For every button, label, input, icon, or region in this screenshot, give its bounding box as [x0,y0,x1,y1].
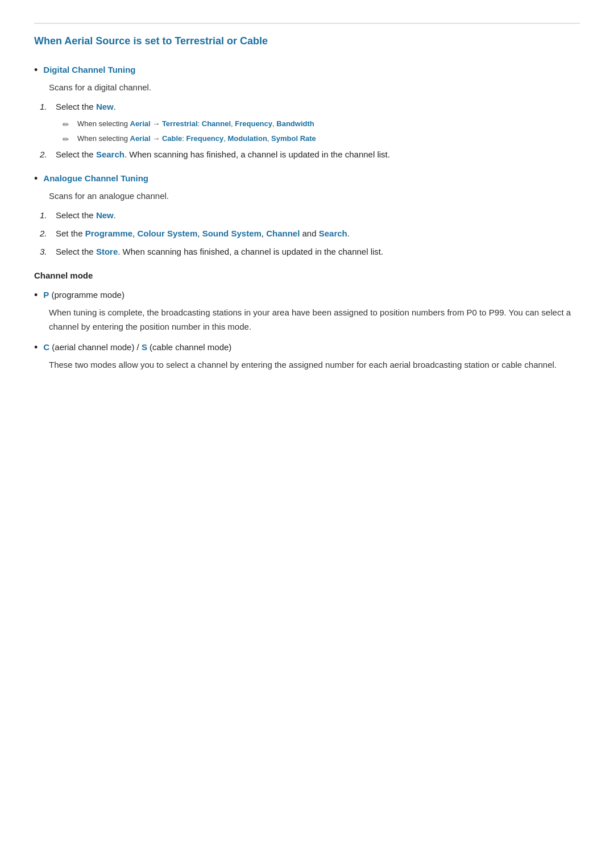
digital-tuning-title: Digital Channel Tuning [43,63,135,77]
cable-modulation: Modulation [228,134,267,143]
bullet-dot-digital: • [34,62,38,78]
note-icon-1: ✏ [63,118,73,131]
note-icon-2: ✏ [63,133,73,146]
analogue-sound-system: Sound System [202,229,262,238]
channel-mode-section: Channel mode • P (programme mode) When t… [34,269,580,372]
analogue-tuning-title: Analogue Channel Tuning [43,172,148,185]
channel-mode-p-bullet: • P (programme mode) [34,288,580,304]
channel-mode-s-letter: S [142,342,147,352]
analogue-new-link: New [96,210,114,220]
digital-tuning-bullet: • Digital Channel Tuning [34,63,580,78]
channel-mode-cs-bullet: • C (aerial channel mode) / S (cable cha… [34,340,580,356]
channel-mode-p-letter: P [43,290,49,300]
channel-mode-cs-content: C (aerial channel mode) / S (cable chann… [43,340,231,354]
digital-step-2-num: 2. [40,148,56,161]
channel-mode-s-desc: (cable channel mode) [150,342,231,352]
analogue-colour-system: Colour System [137,229,197,238]
channel-mode-c-letter: C [43,342,49,352]
aerial-link-2: Aerial [130,134,151,143]
analogue-step-3-content: Select the Store. When scanning has fini… [56,245,580,259]
note-cable-text: When selecting Aerial → Cable: Frequency… [77,133,316,145]
channel-mode-cs-body: These two modes allow you to select a ch… [49,358,580,372]
terrestrial-bandwidth: Bandwidth [276,119,314,128]
analogue-programme: Programme [85,229,132,238]
note-terrestrial-text: When selecting Aerial → Terrestrial: Cha… [77,118,314,130]
analogue-step-2-content: Set the Programme, Colour System, Sound … [56,227,580,240]
channel-mode-heading: Channel mode [34,269,580,283]
bullet-dot-cs: • [34,339,38,356]
digital-step-2: 2. Select the Search. When scanning has … [40,148,580,161]
analogue-search-link: Search [319,229,347,238]
analogue-channel: Channel [266,229,300,238]
terrestrial-frequency: Frequency [235,119,272,128]
terrestrial-link: Terrestrial [162,119,198,128]
cable-symbolrate: Symbol Rate [271,134,316,143]
digital-step-1: 1. Select the New. [40,100,580,114]
digital-step-1-num: 1. [40,100,56,114]
bullet-dot-analogue: • [34,171,38,187]
channel-mode-p-desc: (programme mode) [52,290,125,300]
analogue-step-1-content: Select the New. [56,209,580,222]
analogue-tuning-bullet: • Analogue Channel Tuning [34,172,580,187]
terrestrial-options: Channel [202,119,231,128]
digital-step-1-content: Select the New. [56,100,580,114]
cable-link: Cable [162,134,182,143]
note-cable: ✏ When selecting Aerial → Cable: Frequen… [63,133,580,146]
digital-search-link: Search [96,149,125,159]
analogue-step-2: 2. Set the Programme, Colour System, Sou… [40,227,580,240]
cable-frequency: Frequency [186,134,224,143]
bullet-dot-p: • [34,287,38,304]
channel-mode-p-content: P (programme mode) [43,288,125,302]
note-terrestrial: ✏ When selecting Aerial → Terrestrial: C… [63,118,580,131]
digital-step-2-content: Select the Search. When scanning has fin… [56,148,580,161]
channel-mode-p-body: When tuning is complete, the broadcastin… [49,306,580,334]
page-heading: When Aerial Source is set to Terrestrial… [34,23,580,49]
analogue-step-1: 1. Select the New. [40,209,580,222]
aerial-link-1: Aerial [130,119,151,128]
analogue-tuning-description: Scans for an analogue channel. [49,189,580,203]
analogue-store-link: Store [96,247,118,256]
channel-mode-c-desc: (aerial channel mode) / [52,342,142,352]
analogue-step-2-num: 2. [40,227,56,240]
digital-tuning-description: Scans for a digital channel. [49,81,580,94]
analogue-step-1-num: 1. [40,209,56,222]
analogue-step-3-num: 3. [40,245,56,259]
analogue-step-3: 3. Select the Store. When scanning has f… [40,245,580,259]
digital-new-link: New [96,102,114,111]
